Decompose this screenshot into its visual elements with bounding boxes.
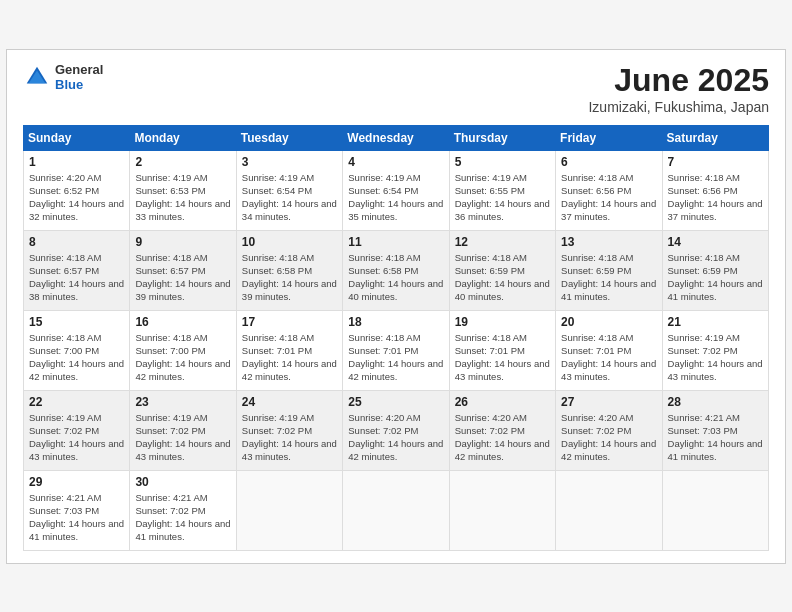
sunrise-label: Sunrise: 4:18 AM <box>561 252 633 263</box>
day-detail: Sunrise: 4:19 AM Sunset: 6:55 PM Dayligh… <box>455 171 550 224</box>
day-number: 3 <box>242 155 337 169</box>
daylight-label: Daylight: 14 hours and 41 minutes. <box>29 518 124 542</box>
day-number: 13 <box>561 235 656 249</box>
daylight-label: Daylight: 14 hours and 33 minutes. <box>135 198 230 222</box>
sunrise-label: Sunrise: 4:20 AM <box>455 412 527 423</box>
table-row: 14 Sunrise: 4:18 AM Sunset: 6:59 PM Dayl… <box>662 230 768 310</box>
table-row: 2 Sunrise: 4:19 AM Sunset: 6:53 PM Dayli… <box>130 150 236 230</box>
day-detail: Sunrise: 4:19 AM Sunset: 7:02 PM Dayligh… <box>135 411 230 464</box>
daylight-label: Daylight: 14 hours and 42 minutes. <box>29 358 124 382</box>
sunrise-label: Sunrise: 4:18 AM <box>455 252 527 263</box>
sunrise-label: Sunrise: 4:18 AM <box>29 252 101 263</box>
daylight-label: Daylight: 14 hours and 41 minutes. <box>668 278 763 302</box>
day-detail: Sunrise: 4:19 AM Sunset: 6:53 PM Dayligh… <box>135 171 230 224</box>
sunrise-label: Sunrise: 4:18 AM <box>561 332 633 343</box>
table-row: 10 Sunrise: 4:18 AM Sunset: 6:58 PM Dayl… <box>236 230 342 310</box>
day-number: 28 <box>668 395 763 409</box>
daylight-label: Daylight: 14 hours and 43 minutes. <box>455 358 550 382</box>
header-monday: Monday <box>130 125 236 150</box>
day-detail: Sunrise: 4:18 AM Sunset: 6:57 PM Dayligh… <box>29 251 124 304</box>
logo-icon <box>23 63 51 91</box>
day-detail: Sunrise: 4:18 AM Sunset: 7:01 PM Dayligh… <box>455 331 550 384</box>
daylight-label: Daylight: 14 hours and 43 minutes. <box>29 438 124 462</box>
day-number: 5 <box>455 155 550 169</box>
sunset-label: Sunset: 6:57 PM <box>135 265 205 276</box>
day-number: 26 <box>455 395 550 409</box>
empty-cell <box>343 470 449 550</box>
daylight-label: Daylight: 14 hours and 40 minutes. <box>348 278 443 302</box>
day-detail: Sunrise: 4:18 AM Sunset: 6:59 PM Dayligh… <box>455 251 550 304</box>
sunset-label: Sunset: 7:03 PM <box>29 505 99 516</box>
day-detail: Sunrise: 4:18 AM Sunset: 6:56 PM Dayligh… <box>561 171 656 224</box>
sunrise-label: Sunrise: 4:18 AM <box>561 172 633 183</box>
day-number: 12 <box>455 235 550 249</box>
day-detail: Sunrise: 4:18 AM Sunset: 6:56 PM Dayligh… <box>668 171 763 224</box>
daylight-label: Daylight: 14 hours and 41 minutes. <box>561 278 656 302</box>
calendar-row: 22 Sunrise: 4:19 AM Sunset: 7:02 PM Dayl… <box>24 390 769 470</box>
daylight-label: Daylight: 14 hours and 42 minutes. <box>561 438 656 462</box>
sunrise-label: Sunrise: 4:19 AM <box>455 172 527 183</box>
calendar-row: 8 Sunrise: 4:18 AM Sunset: 6:57 PM Dayli… <box>24 230 769 310</box>
sunrise-label: Sunrise: 4:19 AM <box>135 412 207 423</box>
day-number: 9 <box>135 235 230 249</box>
sunrise-label: Sunrise: 4:18 AM <box>348 252 420 263</box>
sunset-label: Sunset: 7:01 PM <box>242 345 312 356</box>
day-number: 10 <box>242 235 337 249</box>
table-row: 8 Sunrise: 4:18 AM Sunset: 6:57 PM Dayli… <box>24 230 130 310</box>
sunset-label: Sunset: 7:02 PM <box>242 425 312 436</box>
weekday-header-row: Sunday Monday Tuesday Wednesday Thursday… <box>24 125 769 150</box>
sunset-label: Sunset: 7:03 PM <box>668 425 738 436</box>
calendar-container: General Blue June 2025 Izumizaki, Fukush… <box>6 49 786 564</box>
table-row: 20 Sunrise: 4:18 AM Sunset: 7:01 PM Dayl… <box>556 310 662 390</box>
sunset-label: Sunset: 7:01 PM <box>348 345 418 356</box>
day-number: 14 <box>668 235 763 249</box>
table-row: 28 Sunrise: 4:21 AM Sunset: 7:03 PM Dayl… <box>662 390 768 470</box>
empty-cell <box>556 470 662 550</box>
sunset-label: Sunset: 6:59 PM <box>455 265 525 276</box>
logo-general-text: General <box>55 62 103 78</box>
table-row: 25 Sunrise: 4:20 AM Sunset: 7:02 PM Dayl… <box>343 390 449 470</box>
day-detail: Sunrise: 4:20 AM Sunset: 7:02 PM Dayligh… <box>561 411 656 464</box>
sunset-label: Sunset: 6:52 PM <box>29 185 99 196</box>
sunrise-label: Sunrise: 4:18 AM <box>348 332 420 343</box>
daylight-label: Daylight: 14 hours and 39 minutes. <box>135 278 230 302</box>
day-number: 30 <box>135 475 230 489</box>
sunset-label: Sunset: 7:02 PM <box>455 425 525 436</box>
header-sunday: Sunday <box>24 125 130 150</box>
day-number: 22 <box>29 395 124 409</box>
calendar-row: 1 Sunrise: 4:20 AM Sunset: 6:52 PM Dayli… <box>24 150 769 230</box>
day-detail: Sunrise: 4:21 AM Sunset: 7:03 PM Dayligh… <box>668 411 763 464</box>
sunset-label: Sunset: 6:56 PM <box>561 185 631 196</box>
day-number: 24 <box>242 395 337 409</box>
sunrise-label: Sunrise: 4:20 AM <box>348 412 420 423</box>
title-section: June 2025 Izumizaki, Fukushima, Japan <box>588 62 769 115</box>
day-detail: Sunrise: 4:19 AM Sunset: 7:02 PM Dayligh… <box>242 411 337 464</box>
day-detail: Sunrise: 4:18 AM Sunset: 7:01 PM Dayligh… <box>242 331 337 384</box>
sunrise-label: Sunrise: 4:19 AM <box>348 172 420 183</box>
logo: General Blue <box>23 62 103 93</box>
sunrise-label: Sunrise: 4:18 AM <box>29 332 101 343</box>
day-detail: Sunrise: 4:21 AM Sunset: 7:02 PM Dayligh… <box>135 491 230 544</box>
sunrise-label: Sunrise: 4:21 AM <box>29 492 101 503</box>
sunrise-label: Sunrise: 4:19 AM <box>242 412 314 423</box>
daylight-label: Daylight: 14 hours and 41 minutes. <box>668 438 763 462</box>
daylight-label: Daylight: 14 hours and 43 minutes. <box>561 358 656 382</box>
calendar-row: 29 Sunrise: 4:21 AM Sunset: 7:03 PM Dayl… <box>24 470 769 550</box>
daylight-label: Daylight: 14 hours and 43 minutes. <box>668 358 763 382</box>
table-row: 27 Sunrise: 4:20 AM Sunset: 7:02 PM Dayl… <box>556 390 662 470</box>
table-row: 1 Sunrise: 4:20 AM Sunset: 6:52 PM Dayli… <box>24 150 130 230</box>
daylight-label: Daylight: 14 hours and 37 minutes. <box>668 198 763 222</box>
table-row: 6 Sunrise: 4:18 AM Sunset: 6:56 PM Dayli… <box>556 150 662 230</box>
daylight-label: Daylight: 14 hours and 40 minutes. <box>455 278 550 302</box>
sunrise-label: Sunrise: 4:18 AM <box>242 332 314 343</box>
daylight-label: Daylight: 14 hours and 35 minutes. <box>348 198 443 222</box>
daylight-label: Daylight: 14 hours and 39 minutes. <box>242 278 337 302</box>
day-detail: Sunrise: 4:18 AM Sunset: 7:00 PM Dayligh… <box>135 331 230 384</box>
sunrise-label: Sunrise: 4:21 AM <box>668 412 740 423</box>
header-friday: Friday <box>556 125 662 150</box>
sunrise-label: Sunrise: 4:18 AM <box>455 332 527 343</box>
day-number: 18 <box>348 315 443 329</box>
sunset-label: Sunset: 6:54 PM <box>348 185 418 196</box>
table-row: 30 Sunrise: 4:21 AM Sunset: 7:02 PM Dayl… <box>130 470 236 550</box>
daylight-label: Daylight: 14 hours and 42 minutes. <box>348 358 443 382</box>
